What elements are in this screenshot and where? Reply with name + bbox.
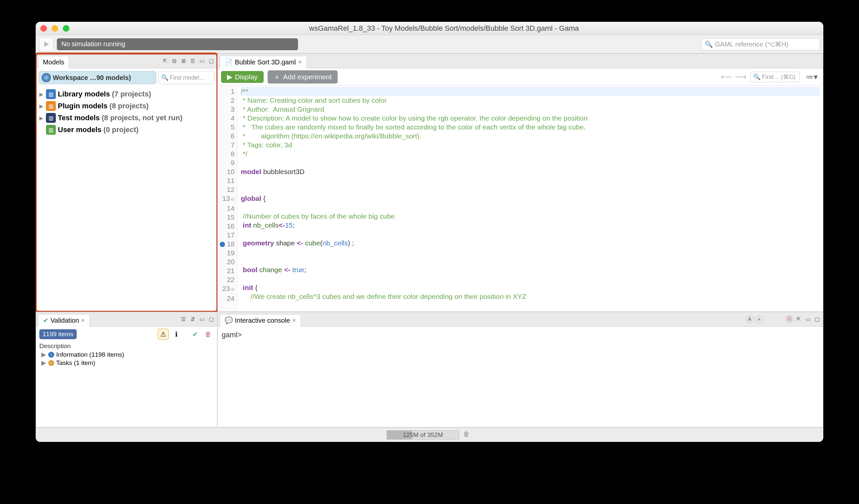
gaml-reference-search[interactable]: 🔍 GAML reference (⌥⌘H) [701,38,820,50]
code-line[interactable]: //We create nb_cells^3 cubes and we defi… [241,292,820,301]
display-experiment-button[interactable]: ▶ Display [221,71,263,83]
maximize-panel-icon[interactable]: ▢ [813,316,821,323]
workspace-icon [42,73,51,82]
warnings-filter-icon[interactable]: ⚠ [157,329,169,340]
code-line[interactable]: global { [241,194,820,203]
tab-editor-file[interactable]: 📄 Bubble Sort 3D.gaml ✕ [220,56,307,68]
collapse-all-icon[interactable]: ⊟ [170,57,178,65]
editor-tabheader: 📄 Bubble Sort 3D.gaml ✕ [218,54,823,68]
code-line[interactable]: * Name: Creating color and sort cubes by… [241,96,820,105]
minimize-panel-icon[interactable]: ▭ [198,316,206,323]
code-lines[interactable]: /** * Name: Creating color and sort cube… [238,86,823,311]
task-icon: ✓ [48,360,54,366]
editor-panel: 📄 Bubble Sort 3D.gaml ✕ ▶ Display ＋ Add … [217,54,823,312]
tab-models[interactable]: Models [38,56,69,68]
models-tabheader: Models ⇱ ⊟ ⊞ ☰ ▭ ▢ [36,54,217,68]
close-tab-icon[interactable]: ✕ [81,318,85,323]
find-model-input[interactable]: 🔍 Find model… [158,71,214,84]
fold-marker[interactable]: ⊖ [231,197,235,202]
tree-suffix: (8 projects, not yet run) [102,113,182,122]
search-placeholder: GAML reference (⌥⌘H) [715,40,788,48]
code-line[interactable] [241,158,820,167]
fold-marker[interactable]: ⊖ [231,287,235,292]
tree-row[interactable]: ▶▥Plugin models (8 projects) [39,100,214,112]
maximize-panel-icon[interactable]: ▢ [207,57,215,65]
tab-validation[interactable]: ✔ Validation ✕ [38,314,90,327]
filter-icon[interactable]: ☰ [179,316,187,323]
run-simulation-button[interactable] [39,37,54,51]
tree-suffix: (0 project) [103,125,138,134]
tree-label: User models [58,125,102,134]
workspace-label: Workspace …90 models) [53,74,131,81]
display-label: Display [235,73,258,81]
link-editor-icon[interactable]: ⇱ [161,57,169,65]
code-line[interactable]: int nb_cells<-15; [241,220,820,230]
sort-icon[interactable]: ⇵ [189,316,197,323]
code-line[interactable] [241,247,820,256]
console-prompt: gaml> [222,331,819,339]
maximize-panel-icon[interactable]: ▢ [207,316,215,323]
workspace-chip[interactable]: Workspace …90 models) [39,71,156,84]
expand-all-icon[interactable]: ⊞ [179,57,187,65]
editor-tab-label: Bubble Sort 3D.gaml [235,59,296,66]
folder-icon: ▥ [46,101,56,111]
code-line[interactable] [241,256,820,265]
add-experiment-button[interactable]: ＋ Add experiment [268,70,338,83]
minimize-window-button[interactable] [51,25,58,32]
console-tabheader: 💬 Interactive console ✕ A A Ⓐ ⇱ ▭ ▢ [218,312,823,327]
clear-icon[interactable]: 🗑 [202,329,214,340]
code-line[interactable] [241,274,820,283]
minimize-panel-icon[interactable]: ▭ [198,57,206,65]
outline-toggle-icon[interactable]: ≔▾ [804,72,820,81]
tab-console[interactable]: 💬 Interactive console ✕ [220,314,301,327]
code-line[interactable]: * Tags: color, 3d [241,140,820,149]
code-line[interactable]: /** [241,87,820,96]
code-line[interactable]: */ [241,149,820,158]
memory-meter[interactable]: 125M of 352M [387,430,459,440]
close-tab-icon[interactable]: ✕ [292,318,296,323]
simulation-status: No simulation running [57,38,298,50]
font-increase-icon[interactable]: A [746,316,754,323]
code-line[interactable] [241,230,820,239]
validation-row[interactable]: ▶✓Tasks (1 item) [36,359,217,367]
close-tab-icon[interactable]: ✕ [298,59,302,65]
clear-console-icon[interactable]: Ⓐ [785,316,793,323]
view-menu-icon[interactable]: ☰ [189,57,197,65]
code-line[interactable]: bool change <- true; [241,265,820,274]
gc-trash-icon[interactable]: 🗑 [463,430,472,440]
workspace-bar: Workspace …90 models) 🔍 Find model… [36,68,217,87]
code-line[interactable]: * Author: Arnaud Grignard [241,105,820,113]
validation-row[interactable]: ▶iInformation (1198 items) [36,350,217,359]
code-line[interactable]: //Number of cubes by faces of the whole … [241,212,820,220]
code-line[interactable]: init { [241,283,820,292]
code-line[interactable]: model bubblesort3D [241,167,820,176]
code-line[interactable]: * algorithm (https://en.wikipedia.org/wi… [241,132,820,140]
tree-row[interactable]: ▶▥Test models (8 projects, not yet run) [39,112,214,124]
code-line[interactable] [241,203,820,212]
code-area[interactable]: 12345678910111213⊖14151617181920212223⊖2… [218,86,823,311]
code-line[interactable]: geometry shape <- cube(nb_cells) ; [241,239,820,247]
find-in-file-input[interactable]: 🔍 Find… (⌘G) [750,72,800,82]
code-line[interactable] [241,185,820,194]
tree-row[interactable]: ▶▥Library models (7 projects) [39,88,214,100]
validate-all-icon[interactable]: ✔ [189,329,200,340]
info-icon: i [48,352,54,358]
nav-back-icon[interactable]: ⟵ [721,72,732,81]
info-filter-icon[interactable]: ℹ [171,329,182,340]
code-line[interactable]: * Description: A model to show how to cr… [241,113,820,123]
pin-panel-icon[interactable]: ⇱ [795,316,802,323]
minimize-panel-icon[interactable]: ▭ [804,316,812,323]
tree-row[interactable]: ▥User models (0 project) [39,124,214,136]
code-line[interactable]: * The cubes are randomly mixed to finall… [241,123,820,132]
font-decrease-icon[interactable]: A [755,316,763,323]
nav-forward-icon[interactable]: ⟶ [735,72,746,81]
search-icon: 🔍 [753,73,760,80]
breakpoint-marker[interactable] [220,242,225,247]
zoom-window-button[interactable] [63,25,70,32]
tree-label: Test models [58,113,100,122]
console-body[interactable]: gaml> [218,327,823,427]
models-panel: Models ⇱ ⊟ ⊞ ☰ ▭ ▢ Workspace …90 models) [36,54,217,312]
status-bar: 125M of 352M 🗑 [36,427,823,442]
close-window-button[interactable] [40,25,47,32]
code-line[interactable] [241,176,820,185]
